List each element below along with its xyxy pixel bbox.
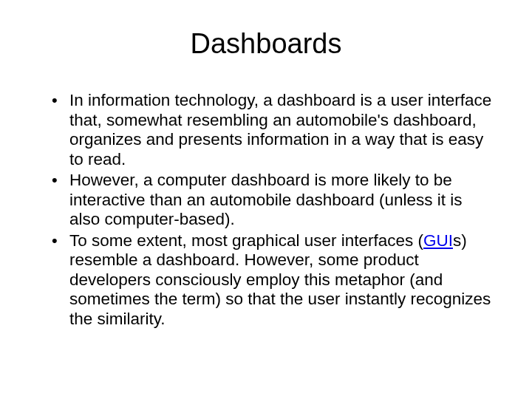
slide-title: Dashboards	[37, 28, 495, 60]
gui-link[interactable]: GUI	[423, 231, 453, 250]
list-item: To some extent, most graphical user inte…	[52, 231, 495, 330]
bullet-list: In information technology, a dashboard i…	[37, 91, 495, 330]
bullet-text-pre: To some extent, most graphical user inte…	[69, 231, 423, 250]
bullet-text: In information technology, a dashboard i…	[69, 91, 491, 168]
list-item: However, a computer dashboard is more li…	[52, 171, 495, 230]
bullet-text: However, a computer dashboard is more li…	[69, 171, 463, 228]
list-item: In information technology, a dashboard i…	[52, 91, 495, 169]
